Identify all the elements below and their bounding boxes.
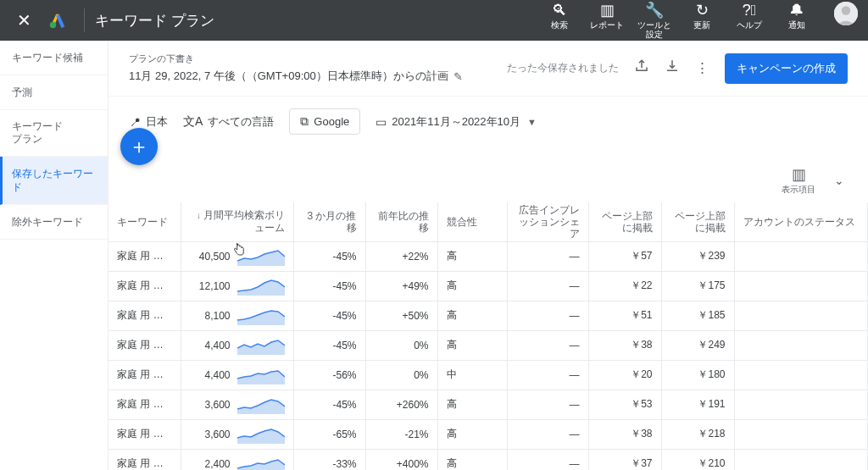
sidebar: キーワード候補 予測 キーワード プラン 保存したキーワード 除外キーワード (0, 41, 108, 470)
chevron-down-icon: ⌄ (834, 174, 844, 187)
cell-account (734, 241, 868, 271)
top-bar: ✕ キーワード プラン 🔍︎検索 ▥レポート 🔧ツールと 設定 ↻更新 ?⃝ヘル… (0, 0, 868, 41)
cell-top-high: ￥210 (661, 449, 734, 470)
help-tool[interactable]: ?⃝ヘルプ (732, 2, 766, 30)
cell-impr: — (507, 449, 588, 470)
plan-header: プランの下書き 11月 29, 2022, 7 午後（（GMT+09:00）日本… (108, 41, 868, 96)
col-competition[interactable]: 競合性 (437, 202, 507, 241)
col-top-low[interactable]: ページ上部に掲載 (588, 202, 661, 241)
filter-network[interactable]: ⧉ Google (289, 108, 360, 135)
edit-icon[interactable]: ✎ (453, 70, 463, 83)
cell-top-low: ￥22 (588, 271, 661, 301)
cell-top-high: ￥175 (661, 271, 734, 301)
cell-top-high: ￥239 (661, 241, 734, 271)
columns-icon: ▥ (792, 165, 806, 184)
cell-top-high: ￥191 (661, 390, 734, 419)
filter-date-range[interactable]: ▭ 2021年11月～2022年10月 ▼ (376, 114, 537, 130)
sparkline-icon (237, 277, 285, 296)
cell-volume: 40,500 (181, 241, 293, 271)
table-row[interactable]: 家庭 用 脱毛 ... 4,400 -45% 0% 高 — ￥38 ￥249 (108, 330, 868, 360)
cell-top-high: ￥218 (661, 419, 734, 449)
cell-keyword: 家庭 用 脱毛 ... (108, 271, 181, 301)
cell-account (734, 360, 868, 390)
cell-impr: — (507, 301, 588, 330)
location-icon: 📍︎ (129, 115, 141, 129)
cell-volume: 4,400 (181, 360, 293, 390)
sidebar-item-keyword-plan[interactable]: キーワード プラン (0, 110, 108, 157)
cell-impr: — (507, 419, 588, 449)
cell-impr: — (507, 271, 588, 301)
sparkline-icon (237, 336, 285, 355)
col-impr-share[interactable]: 広告インプレッションシェア (507, 202, 588, 241)
wrench-icon: 🔧 (645, 2, 664, 19)
cell-account (734, 390, 868, 419)
col-3m[interactable]: 3 か月の推移 (293, 202, 365, 241)
table-row[interactable]: 家庭 用 脱毛 ... 3,600 -45% +260% 高 — ￥53 ￥19… (108, 390, 868, 419)
cell-top-low: ￥20 (588, 360, 661, 390)
cell-yoy: +22% (365, 241, 437, 271)
col-volume[interactable]: ↓ 月間平均検索ボリューム (181, 202, 293, 241)
cell-keyword: 家庭 用 脱毛 ... (108, 390, 181, 419)
report-tool[interactable]: ▥レポート (590, 2, 624, 30)
cell-yoy: -21% (365, 419, 437, 449)
svg-point-0 (50, 22, 56, 28)
saved-status: たった今保存されました (507, 61, 619, 75)
cell-3m: -45% (293, 390, 365, 419)
table-row[interactable]: 家庭 用 脱毛 ... 2,400 -33% +400% 高 — ￥37 ￥21… (108, 449, 868, 470)
cell-yoy: +260% (365, 390, 437, 419)
cell-3m: -45% (293, 241, 365, 271)
sparkline-icon (237, 425, 285, 444)
table-row[interactable]: 家庭 用 脱毛 器 40,500 -45% +22% 高 — ￥57 ￥239 (108, 241, 868, 271)
cell-keyword: 家庭 用 脱毛 ... (108, 360, 181, 390)
cell-top-low: ￥53 (588, 390, 661, 419)
filter-language[interactable]: 文A すべての言語 (183, 114, 274, 130)
table-row[interactable]: 家庭 用 脱毛 ... 3,600 -65% -21% 高 — ￥38 ￥218 (108, 419, 868, 449)
cell-competition: 高 (437, 330, 507, 360)
avatar[interactable] (834, 2, 858, 25)
cell-top-low: ￥37 (588, 449, 661, 470)
share-icon[interactable] (634, 58, 649, 78)
table-row[interactable]: 家庭 用 脱毛 ... 12,100 -45% +49% 高 — ￥22 ￥17… (108, 271, 868, 301)
search-tool[interactable]: 🔍︎検索 (542, 2, 576, 30)
download-icon[interactable] (665, 58, 680, 78)
col-top-high[interactable]: ページ上部に掲載 (661, 202, 734, 241)
col-keyword[interactable]: キーワード (108, 202, 181, 241)
table-row[interactable]: 家庭 用 脱毛 ... 8,100 -45% +50% 高 — ￥51 ￥185 (108, 301, 868, 330)
cell-account (734, 419, 868, 449)
cell-keyword: 家庭 用 脱毛 ... (108, 330, 181, 360)
sidebar-item-forecast[interactable]: 予測 (0, 75, 108, 110)
cell-impr: — (507, 390, 588, 419)
refresh-tool[interactable]: ↻更新 (685, 2, 719, 30)
sidebar-item-saved-keywords[interactable]: 保存したキーワード (0, 157, 108, 205)
cell-yoy: +49% (365, 271, 437, 301)
table-row[interactable]: 家庭 用 脱毛 ... 4,400 -56% 0% 中 — ￥20 ￥180 (108, 360, 868, 390)
columns-button[interactable]: ▥ 表示項目 (782, 165, 815, 196)
plan-draft-label: プランの下書き (129, 53, 463, 65)
tools-settings-tool[interactable]: 🔧ツールと 設定 (637, 2, 671, 39)
cell-impr: — (507, 360, 588, 390)
create-campaign-button[interactable]: キャンペーンの作成 (725, 53, 848, 84)
sidebar-item-suggestions[interactable]: キーワード候補 (0, 41, 108, 75)
cell-top-low: ￥51 (588, 301, 661, 330)
cell-volume: 2,400 (181, 449, 293, 470)
cell-yoy: 0% (365, 360, 437, 390)
cell-top-high: ￥180 (661, 360, 734, 390)
refresh-icon: ↻ (696, 2, 709, 19)
notify-tool[interactable]: 🔔︎通知 (780, 2, 814, 30)
col-account[interactable]: アカウントのステータス (734, 202, 868, 241)
help-icon: ?⃝ (743, 2, 757, 19)
more-icon[interactable]: ⋮ (695, 59, 709, 77)
sidebar-item-negative-keywords[interactable]: 除外キーワード (0, 205, 108, 240)
filter-location[interactable]: 📍︎ 日本 (129, 114, 168, 130)
keyword-table: キーワード ↓ 月間平均検索ボリューム 3 か月の推移 前年比の推移 競合性 広… (108, 202, 868, 470)
cell-top-high: ￥185 (661, 301, 734, 330)
add-button[interactable]: ＋ (120, 128, 158, 165)
sparkline-icon (237, 247, 285, 266)
close-icon[interactable]: ✕ (10, 10, 38, 30)
divider (84, 8, 85, 32)
col-yoy[interactable]: 前年比の推移 (365, 202, 437, 241)
cell-volume: 12,100 (181, 271, 293, 301)
cell-competition: 高 (437, 241, 507, 271)
cell-account (734, 301, 868, 330)
expand-button[interactable]: ⌄ (827, 170, 851, 191)
